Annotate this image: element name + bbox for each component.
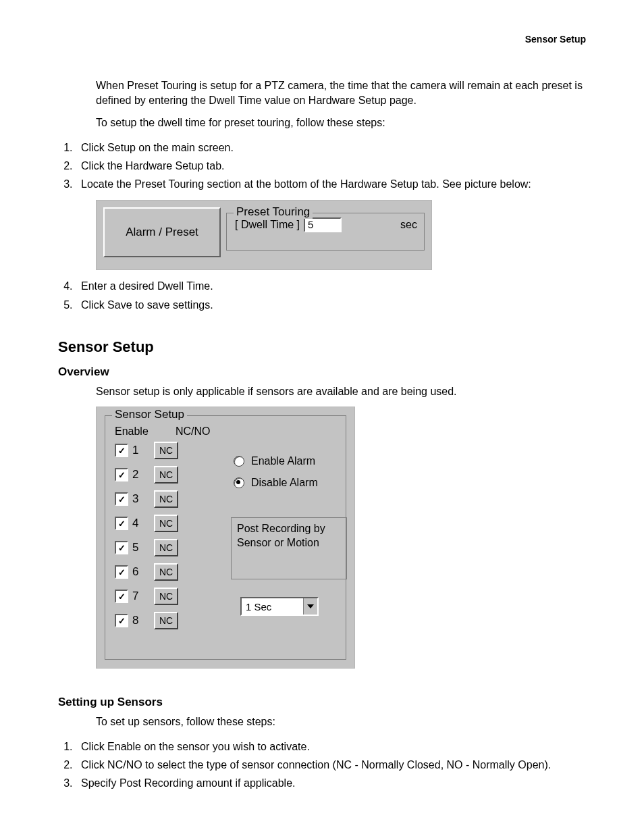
step-item: Click Save to save settings. — [76, 296, 586, 314]
sensor-enable: ✓2 — [115, 468, 154, 481]
sensor-enable: ✓5 — [115, 541, 154, 554]
sensor-checkbox[interactable]: ✓ — [115, 517, 128, 530]
step-item: Specify Post Recording amount if applica… — [76, 774, 586, 792]
alarm-preset-button[interactable]: Alarm / Preset — [103, 207, 221, 257]
sensor-mode-cell: NC — [154, 563, 201, 581]
ncno-button[interactable]: NC — [154, 612, 178, 629]
sensor-checkbox[interactable]: ✓ — [115, 541, 128, 554]
sensor-number: 7 — [132, 590, 138, 603]
sensor-checkbox[interactable]: ✓ — [115, 614, 128, 627]
steps-list-1: Click Setup on the main screen. Click th… — [76, 138, 586, 194]
sensor-checkbox[interactable]: ✓ — [115, 492, 128, 506]
sensor-setup-panel: Sensor Setup Enable NC/NO ✓1NC✓2NC✓3NC✓4… — [96, 407, 355, 669]
sensor-mode-cell: NC — [154, 490, 201, 508]
overview-text: Sensor setup is only applicable if senso… — [96, 384, 586, 399]
intro-paragraph-2: To setup the dwell time for preset touri… — [96, 115, 586, 130]
step-item: Locate the Preset Touring section at the… — [76, 175, 586, 193]
col-header-ncno: NC/NO — [176, 425, 223, 438]
sensor-enable: ✓4 — [115, 517, 154, 530]
section-title: Sensor Setup — [58, 338, 586, 356]
chevron-down-icon[interactable] — [303, 598, 317, 615]
sensor-number: 6 — [132, 565, 138, 579]
preset-touring-panel: Alarm / Preset Preset Touring [ Dwell Ti… — [96, 200, 432, 270]
ncno-button[interactable]: NC — [154, 515, 178, 532]
col-header-enable: Enable — [115, 425, 176, 438]
sensor-number: 1 — [132, 444, 138, 457]
sensor-mode-cell: NC — [154, 539, 201, 556]
ncno-button[interactable]: NC — [154, 539, 178, 556]
setting-up-heading: Setting up Sensors — [58, 696, 586, 709]
step-item: Click Enable on the sensor you wish to a… — [76, 737, 586, 756]
sensor-mode-cell: NC — [154, 466, 201, 484]
sensor-checkbox[interactable]: ✓ — [115, 444, 128, 457]
preset-touring-fieldset: Preset Touring [ Dwell Time ] 5 sec — [226, 213, 425, 251]
sensor-checkbox[interactable]: ✓ — [115, 565, 128, 579]
ncno-button[interactable]: NC — [154, 490, 178, 508]
post-recording-label: Post Recording by Sensor or Motion — [237, 523, 325, 548]
ncno-button[interactable]: NC — [154, 563, 178, 581]
intro-paragraph-1: When Preset Touring is setup for a PTZ c… — [96, 78, 586, 107]
sensor-enable: ✓7 — [115, 590, 154, 603]
step-item: Enter a desired Dwell Time. — [76, 277, 586, 295]
sensor-enable: ✓1 — [115, 444, 154, 457]
radio-disable-alarm[interactable] — [234, 477, 244, 488]
sensor-mode-cell: NC — [154, 442, 201, 459]
step-item: Click Setup on the main screen. — [76, 138, 586, 157]
radio-disable-alarm-label: Disable Alarm — [251, 477, 318, 489]
sensor-enable: ✓3 — [115, 492, 154, 506]
overview-heading: Overview — [58, 365, 586, 379]
page-header: Sensor Setup — [58, 34, 586, 45]
setting-up-intro: To set up sensors, follow these steps: — [96, 714, 586, 729]
sensor-number: 2 — [132, 468, 138, 481]
step-item: Click NC/NO to select the type of sensor… — [76, 756, 586, 774]
sensor-number: 3 — [132, 492, 138, 506]
sensor-mode-cell: NC — [154, 612, 201, 629]
post-recording-value: 1 Sec — [242, 598, 303, 615]
sensor-setup-legend: Sensor Setup — [112, 408, 187, 421]
ncno-button[interactable]: NC — [154, 588, 178, 605]
steps-list-2: Click Enable on the sensor you wish to a… — [76, 737, 586, 793]
post-recording-dropdown[interactable]: 1 Sec — [240, 597, 319, 616]
step-item: Click the Hardware Setup tab. — [76, 157, 586, 175]
sensor-number: 8 — [132, 614, 138, 627]
preset-touring-legend: Preset Touring — [234, 205, 313, 219]
dwell-time-input[interactable]: 5 — [304, 217, 342, 232]
sensor-enable: ✓6 — [115, 565, 154, 579]
sensor-checkbox[interactable]: ✓ — [115, 468, 128, 481]
sensor-checkbox[interactable]: ✓ — [115, 590, 128, 603]
sensor-number: 5 — [132, 541, 138, 554]
dwell-time-label: [ Dwell Time ] — [235, 219, 300, 231]
ncno-button[interactable]: NC — [154, 442, 178, 459]
radio-enable-alarm[interactable] — [234, 456, 244, 467]
svg-marker-0 — [307, 604, 314, 608]
sensor-number: 4 — [132, 517, 138, 530]
steps-list-1b: Enter a desired Dwell Time. Click Save t… — [76, 277, 586, 313]
radio-enable-alarm-label: Enable Alarm — [251, 455, 315, 467]
sensor-enable: ✓8 — [115, 614, 154, 627]
sensor-setup-groupbox: Sensor Setup Enable NC/NO ✓1NC✓2NC✓3NC✓4… — [105, 415, 346, 660]
ncno-button[interactable]: NC — [154, 466, 178, 484]
dwell-time-unit: sec — [400, 219, 417, 231]
post-recording-group: Post Recording by Sensor or Motion — [231, 517, 347, 579]
sensor-mode-cell: NC — [154, 588, 201, 605]
sensor-mode-cell: NC — [154, 515, 201, 532]
